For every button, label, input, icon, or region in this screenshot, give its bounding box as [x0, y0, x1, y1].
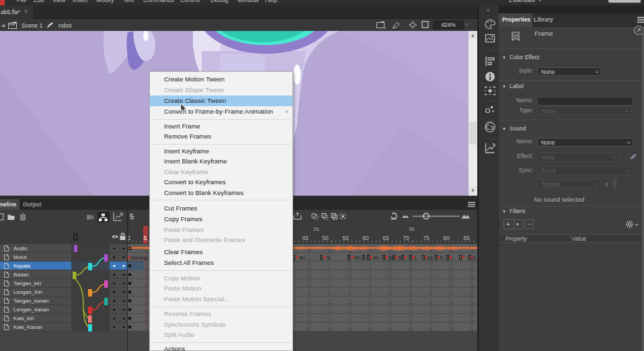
svg-text:Ah: Ah: [354, 255, 360, 261]
svg-text:Ah: Ah: [373, 255, 379, 261]
svg-text:M: M: [389, 255, 393, 261]
svg-text:Uh: Uh: [427, 255, 434, 261]
svg-text:S: S: [473, 255, 476, 261]
svg-text:L: L: [415, 255, 417, 261]
svg-text:Ah: Ah: [299, 255, 305, 261]
svg-text:D: D: [440, 255, 444, 261]
svg-text:5: 5: [130, 212, 134, 221]
svg-text:«: «: [487, 7, 490, 13]
svg-text:S: S: [327, 255, 330, 261]
svg-text:...: ...: [451, 255, 455, 261]
svg-text:E: E: [399, 255, 402, 261]
